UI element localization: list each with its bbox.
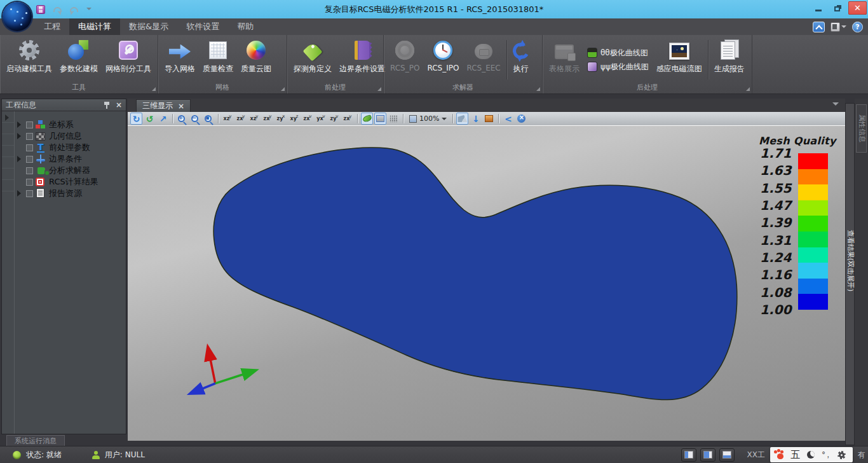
pin-icon[interactable]	[104, 102, 109, 109]
view-back-icon[interactable]: zx y	[235, 113, 247, 125]
properties-tab[interactable]: 属性信息	[856, 104, 867, 153]
tree-item-geometry-info[interactable]: 几何信息	[2, 130, 126, 142]
tab-data-display[interactable]: 数据&显示	[120, 18, 177, 35]
checkbox[interactable]	[26, 167, 33, 174]
layout-button-1[interactable]	[681, 448, 696, 462]
model-3d[interactable]	[128, 126, 845, 441]
collapse-ribbon-icon[interactable]	[813, 22, 825, 32]
tab-list-dropdown-icon[interactable]	[832, 102, 839, 109]
ime-logo-paw-icon[interactable]	[777, 453, 783, 459]
green-tag-icon	[302, 41, 322, 61]
tree-item-analysis-solver[interactable]: 分析求解器	[2, 165, 126, 176]
import-mesh-button[interactable]: 导入网格	[161, 37, 199, 83]
checkbox[interactable]	[26, 190, 33, 197]
layout-button-2[interactable]	[700, 448, 715, 462]
help-icon[interactable]: ?	[852, 22, 863, 32]
expand-icon[interactable]	[17, 190, 24, 197]
clear-view-icon[interactable]	[515, 113, 527, 125]
tab-close-icon[interactable]: ×	[178, 102, 184, 111]
checkbox[interactable]	[26, 144, 33, 151]
expand-icon[interactable]	[17, 156, 24, 162]
ime-punctuation-toggle[interactable]: °，	[822, 450, 831, 460]
tree-item-preprocess-params[interactable]: 前处理参数	[2, 142, 126, 153]
tab-3d-display[interactable]: 三维显示 ×	[136, 99, 191, 112]
zoom-out-icon[interactable]: −	[189, 113, 201, 125]
zoom-window-icon[interactable]: ▪	[203, 113, 215, 125]
tree-item-coordinate-system[interactable]: 坐标系	[2, 119, 126, 130]
system-message-tab[interactable]: 系统运行消息	[6, 435, 65, 446]
3d-viewport[interactable]: Mesh Quality 1.711.631.551.471.391.311.2…	[128, 126, 845, 441]
view-top-icon[interactable]: zy x	[275, 113, 287, 125]
snapshot-icon[interactable]	[483, 113, 495, 125]
tab-software-settings[interactable]: 软件设置	[177, 18, 228, 35]
report-docs-icon	[721, 41, 735, 60]
minimize-button[interactable]	[809, 1, 827, 15]
view-bottom-icon[interactable]: xy z	[288, 113, 301, 125]
style-icon[interactable]	[831, 22, 840, 32]
ime-fullwidth-moon-icon[interactable]	[807, 451, 815, 459]
theta-polar-curve-button[interactable]: θθ极化曲线图	[587, 48, 649, 59]
parametric-modeling-button[interactable]: 参数化建模	[56, 37, 102, 83]
quality-cloud-button[interactable]: 质量云图	[237, 37, 275, 83]
panel-close-icon[interactable]: ×	[116, 100, 122, 109]
execute-button[interactable]: 执行	[509, 37, 533, 83]
expand-icon[interactable]	[17, 121, 24, 128]
probe-angle-button[interactable]: 探测角定义	[290, 37, 336, 83]
view-front-icon[interactable]: xz y	[222, 113, 234, 125]
boundary-condition-button[interactable]: 边界条件设置	[336, 37, 389, 83]
tab-project[interactable]: 工程	[35, 18, 69, 35]
tree-item-boundary-conditions[interactable]: 边界条件	[2, 153, 126, 165]
view-iso4-icon[interactable]: zx y	[342, 113, 354, 125]
expand-icon[interactable]	[17, 133, 24, 139]
undo-icon[interactable]	[53, 7, 62, 12]
orbit-refresh-icon[interactable]: ↺	[144, 113, 156, 125]
save-icon[interactable]	[36, 5, 45, 14]
close-button[interactable]: ✕	[848, 1, 867, 15]
style-dropdown-icon[interactable]	[841, 25, 846, 31]
zoom-in-icon[interactable]: +	[176, 113, 188, 125]
flip-normal-icon[interactable]: <	[502, 113, 514, 125]
restore-button[interactable]	[829, 1, 847, 15]
view-iso2-icon[interactable]: yx v	[315, 113, 327, 125]
group-label-tools: 工具	[0, 83, 158, 93]
quality-check-button[interactable]: 质量检查	[199, 37, 237, 83]
rcs-eec-button[interactable]: RCS_EEC	[463, 37, 504, 83]
smooth-shade-icon[interactable]	[361, 113, 373, 125]
save-view-icon[interactable]: ↓	[470, 113, 482, 125]
toolbar-separator	[403, 114, 403, 123]
tab-help[interactable]: 帮助	[228, 18, 262, 35]
theta-curve-icon	[587, 48, 597, 58]
psi-polar-curve-button[interactable]: ψψ极化曲线图	[587, 62, 649, 73]
wireframe-mode-icon[interactable]	[388, 113, 400, 125]
generate-report-button[interactable]: 生成报告	[710, 37, 749, 83]
view-results-strip[interactable]: 查看结果(双击展开)	[845, 103, 855, 445]
view-left-icon[interactable]: xz y	[248, 113, 261, 125]
view-iso3-icon[interactable]: zy v	[329, 113, 341, 125]
layout-button-3[interactable]	[719, 448, 735, 462]
table-display-button[interactable]: 表格展示	[545, 37, 583, 83]
pan-icon[interactable]: ↗	[157, 113, 169, 125]
rcs-po-button[interactable]: RCS_PO	[386, 37, 423, 83]
view-iso1-icon[interactable]: zx v	[302, 113, 314, 125]
checkbox[interactable]	[26, 121, 33, 128]
tab-em-computation[interactable]: 电磁计算	[69, 18, 120, 35]
view-right-icon[interactable]: zx y	[262, 113, 274, 125]
clip-plane-icon[interactable]	[456, 113, 468, 125]
tree-item-rcs-results[interactable]: RCS计算结果	[2, 176, 126, 188]
checkbox[interactable]	[26, 179, 33, 186]
app-logo[interactable]	[3, 2, 32, 31]
checkbox[interactable]	[26, 133, 33, 140]
induced-current-map-button[interactable]: 感应电磁流图	[653, 37, 706, 83]
ime-settings-gear-icon[interactable]	[837, 451, 846, 459]
face-mode-icon[interactable]	[374, 113, 386, 125]
ime-mode-wubi[interactable]: 五	[790, 449, 800, 461]
mesh-partition-tool-button[interactable]: 网格剖分工具	[102, 37, 155, 83]
tree-item-report-resources[interactable]: 报告资源	[2, 188, 126, 199]
rcs-ipo-button[interactable]: RCS_IPO	[423, 37, 463, 83]
zoom-level-select[interactable]: 100%	[407, 113, 449, 125]
rotate-icon[interactable]: ↻	[130, 113, 142, 125]
quick-access-dropdown-icon[interactable]	[86, 8, 92, 13]
checkbox[interactable]	[26, 156, 33, 163]
redo-icon[interactable]	[70, 7, 78, 12]
launch-modeling-tool-button[interactable]: 启动建模工具	[3, 37, 56, 83]
